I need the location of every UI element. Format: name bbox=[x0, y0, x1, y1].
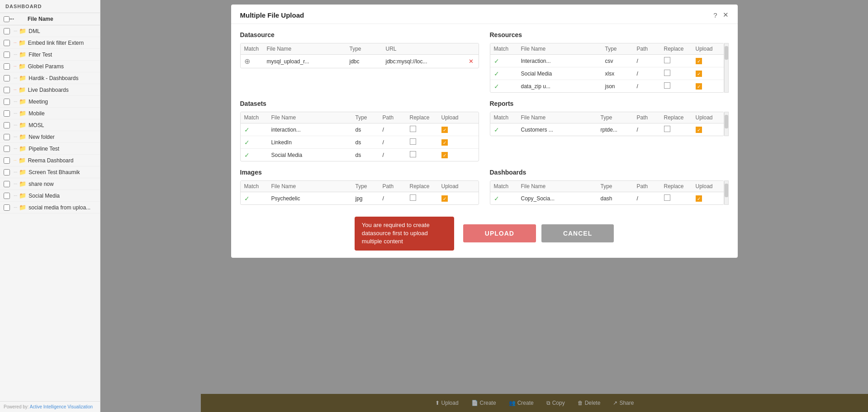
dash-upload-1[interactable]: ✓ bbox=[692, 193, 724, 204]
cb-screen[interactable] bbox=[4, 169, 10, 175]
dst-upload-3[interactable]: ✓ bbox=[438, 150, 470, 161]
res-col-path: Path bbox=[633, 43, 660, 54]
cb-social2[interactable] bbox=[4, 204, 10, 211]
table-row: ✓ Customers ... rptde... / ✓ bbox=[490, 123, 724, 136]
checkbox-unchecked[interactable] bbox=[664, 57, 670, 63]
sidebar-item-mobile[interactable]: ··· 📁 Mobile bbox=[0, 108, 100, 119]
sidebar-item-globel[interactable]: ··· 📁 Globel Params bbox=[0, 61, 100, 72]
checkbox-unchecked[interactable] bbox=[664, 70, 670, 76]
img-col-upload: Upload bbox=[438, 181, 470, 192]
cb-live[interactable] bbox=[4, 87, 10, 93]
sidebar-footer: Powered by: Active Intelligence Visualiz… bbox=[0, 401, 100, 412]
sidebar-item-live[interactable]: ··· 📁 Live Dashboards bbox=[0, 84, 100, 96]
sidebar-item-screen[interactable]: ··· 📁 Screen Test Bhaumik bbox=[0, 166, 100, 178]
folder-icon: 📁 bbox=[19, 75, 26, 81]
cb-embed[interactable] bbox=[4, 40, 10, 46]
checkbox-checked[interactable]: ✓ bbox=[441, 152, 448, 158]
res-upload-2[interactable]: ✓ bbox=[692, 68, 724, 79]
res-filename-2: Social Media bbox=[517, 68, 602, 79]
cb-dml[interactable] bbox=[4, 28, 10, 34]
checkbox-checked[interactable]: ✓ bbox=[696, 127, 702, 133]
cb-meeting[interactable] bbox=[4, 99, 10, 105]
sidebar-item-mosl[interactable]: ··· 📁 MOSL bbox=[0, 119, 100, 131]
sidebar-header: DASHBOARD bbox=[0, 0, 100, 13]
cb-share[interactable] bbox=[4, 181, 10, 187]
checkbox-unchecked[interactable] bbox=[664, 126, 670, 132]
ds-cross[interactable]: ✕ bbox=[465, 56, 479, 67]
sidebar-item-share[interactable]: ··· 📁 share now bbox=[0, 178, 100, 190]
dash-col-replace: Replace bbox=[660, 181, 692, 192]
dst-replace-1[interactable] bbox=[406, 123, 438, 136]
dash-col-path: Path bbox=[633, 181, 660, 192]
dst-upload-1[interactable]: ✓ bbox=[438, 124, 470, 135]
sidebar-item-hardik[interactable]: ··· 📁 Hardik - Dashboards bbox=[0, 72, 100, 84]
ds-match-add[interactable]: ⊕ bbox=[241, 55, 263, 68]
res-replace-1[interactable] bbox=[660, 55, 692, 67]
res-upload-1[interactable]: ✓ bbox=[692, 56, 724, 66]
footer-link[interactable]: Active Intelligence Visualization bbox=[30, 404, 93, 409]
sidebar-item-pipeline[interactable]: ··· 📁 Pipeline Test bbox=[0, 143, 100, 155]
checkbox-checked[interactable]: ✓ bbox=[441, 127, 448, 133]
cb-social[interactable] bbox=[4, 193, 10, 199]
checkbox-unchecked[interactable] bbox=[410, 194, 416, 201]
rpt-upload-1[interactable]: ✓ bbox=[692, 124, 724, 135]
checkbox-checked[interactable]: ✓ bbox=[696, 71, 702, 77]
img-col-type: Type bbox=[352, 181, 379, 192]
sidebar-select-all[interactable] bbox=[4, 16, 9, 22]
checkbox-unchecked[interactable] bbox=[410, 138, 416, 145]
dash-replace-1[interactable] bbox=[660, 192, 692, 204]
resources-body: ✓ Interaction... csv / ✓ ✓ Social Media bbox=[490, 55, 724, 92]
img-upload-1[interactable]: ✓ bbox=[438, 193, 470, 204]
dst-upload-2[interactable]: ✓ bbox=[438, 137, 470, 148]
add-circle-icon: ⊕ bbox=[244, 57, 250, 65]
close-icon: ✕ bbox=[469, 58, 474, 65]
images-title: Images bbox=[240, 169, 479, 176]
sidebar-item-social2[interactable]: ··· 📁 social media from uploa... bbox=[0, 202, 100, 213]
checkbox-unchecked[interactable] bbox=[664, 82, 670, 89]
images-header: Match File Name Type Path Replace Upload bbox=[241, 181, 479, 192]
res-path-3: / bbox=[633, 81, 660, 92]
res-replace-3[interactable] bbox=[660, 80, 692, 92]
cb-globel[interactable] bbox=[4, 63, 10, 70]
error-tooltip: You are required to create datasource fi… bbox=[355, 217, 454, 251]
sidebar-item-newfolder[interactable]: ··· 📁 New folder bbox=[0, 131, 100, 143]
modal-actions: UPLOAD CANCEL bbox=[463, 224, 614, 242]
sidebar-item-meeting[interactable]: ··· 📁 Meeting bbox=[0, 96, 100, 108]
checkbox-checked[interactable]: ✓ bbox=[441, 139, 448, 146]
resources-scrollbar bbox=[724, 43, 729, 93]
cb-mobile[interactable] bbox=[4, 110, 10, 117]
dst-col-scroll bbox=[470, 112, 479, 123]
checkbox-checked[interactable]: ✓ bbox=[696, 195, 702, 202]
reports-body: ✓ Customers ... rptde... / ✓ bbox=[490, 123, 724, 136]
res-upload-3[interactable]: ✓ bbox=[692, 81, 724, 92]
cb-reema[interactable] bbox=[4, 157, 10, 164]
checkbox-unchecked[interactable] bbox=[664, 194, 670, 201]
cancel-button[interactable]: CANCEL bbox=[541, 224, 614, 242]
cb-filter[interactable] bbox=[4, 52, 10, 58]
checkbox-checked[interactable]: ✓ bbox=[696, 58, 702, 64]
checkbox-unchecked[interactable] bbox=[410, 151, 416, 157]
cb-newfolder[interactable] bbox=[4, 134, 10, 140]
dash-col-type: Type bbox=[597, 181, 633, 192]
cb-hardik[interactable] bbox=[4, 75, 10, 81]
cb-mosl[interactable] bbox=[4, 122, 10, 128]
sidebar-items-list: ··· 📁 DML ··· 📁 Embed link filter Extern… bbox=[0, 25, 100, 401]
sidebar-item-filter[interactable]: ··· 📁 Filter Test bbox=[0, 49, 100, 61]
sidebar-item-social[interactable]: ··· 📁 Social Media bbox=[0, 190, 100, 202]
res-replace-2[interactable] bbox=[660, 67, 692, 80]
sidebar-item-reema[interactable]: ··· 📁 Reema Dashboard bbox=[0, 155, 100, 166]
modal-close-btn[interactable]: ✕ bbox=[723, 11, 729, 19]
checkbox-checked[interactable]: ✓ bbox=[441, 195, 448, 202]
modal-help-btn[interactable]: ? bbox=[713, 11, 717, 19]
dst-replace-3[interactable] bbox=[406, 149, 438, 161]
dash-path-1: / bbox=[633, 193, 660, 204]
sidebar-item-dml[interactable]: ··· 📁 DML bbox=[0, 25, 100, 37]
upload-button[interactable]: UPLOAD bbox=[463, 224, 536, 242]
sidebar-item-embed[interactable]: ··· 📁 Embed link filter Extern bbox=[0, 37, 100, 49]
checkbox-checked[interactable]: ✓ bbox=[696, 83, 702, 90]
img-replace-1[interactable] bbox=[406, 192, 438, 204]
cb-pipeline[interactable] bbox=[4, 146, 10, 152]
dst-replace-2[interactable] bbox=[406, 136, 438, 148]
rpt-replace-1[interactable] bbox=[660, 123, 692, 136]
checkbox-unchecked[interactable] bbox=[410, 126, 416, 132]
